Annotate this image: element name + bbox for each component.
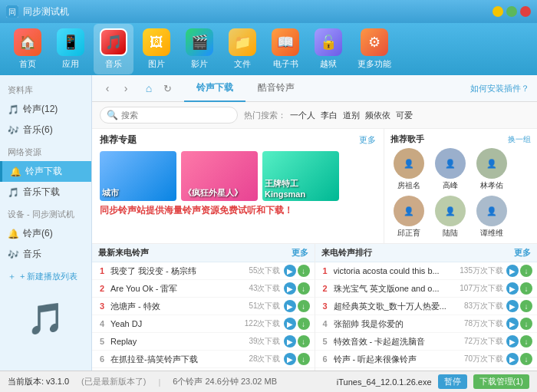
nav-home[interactable]: 🏠 首页 [8,24,48,74]
nav-video[interactable]: 🎬 影片 [180,24,219,74]
sidebar-item-music-lib[interactable]: 🎶 音乐(6) [0,120,91,140]
new-ring-dl-4[interactable]: ↓ [298,335,310,348]
singer-0[interactable]: 👤 房祖名 [390,148,427,191]
new-ring-item-6[interactable]: 7 Black Eyed Peas-Ring-a-Lin... 69次下载 ▶ … [92,368,315,371]
pop-ring-item-3[interactable]: 4 张韶帅 我是你爱的 78万次下载 ▶ ↓ [315,315,538,333]
pop-ring-item-6[interactable]: 7 cry on my shoulder 70万次下载 ▶ ↓ [315,368,538,371]
hot-tag-3[interactable]: 频依依 [365,110,390,120]
featured-card-0[interactable]: 城市 [100,151,176,201]
jailbreak-nav-icon: 🔓 [315,28,342,56]
singer-1[interactable]: 👤 高峰 [432,148,469,191]
sidebar-item-ringtone-dl[interactable]: 🔔 铃声下载 [0,161,91,182]
new-ring-play-4[interactable]: ▶ [284,335,296,348]
pop-ring-play-1[interactable]: ▶ [506,282,519,295]
minimize-btn[interactable] [493,6,503,17]
pop-ring-item-4[interactable]: 5 特效音效 - 卡起超洗脑音 72万次下载 ▶ ↓ [315,333,538,351]
singer-2[interactable]: 👤 林孝佑 [473,148,510,191]
maximize-btn[interactable] [506,6,517,17]
featured-card-1[interactable]: 《疯狂外星人》 [181,151,258,201]
singer-4[interactable]: 👤 陆陆 [432,196,469,239]
sidebar-item-ringtone-lib[interactable]: 🎵 铃声(12) [0,99,91,120]
pop-ring-dl-3[interactable]: ↓ [520,318,532,330]
pop-ring-dl-0[interactable]: ↓ [520,265,532,277]
pop-ring-item-5[interactable]: 6 铃声 - 听起来很像铃声 70万次下载 ▶ ↓ [315,351,538,368]
new-ring-dl-3[interactable]: ↓ [298,318,310,330]
hot-tag-2[interactable]: 道别 [343,110,360,120]
new-ring-play-3[interactable]: ▶ [284,318,296,330]
new-ring-item-3[interactable]: 4 Yeah DJ 122次下载 ▶ ↓ [92,315,315,333]
pop-ring-dl-5[interactable]: ↓ [520,353,532,365]
home-btn[interactable]: ⌂ [140,79,158,97]
status-ring-info: 6个铃声 24.6分钟 23.02 MB [173,376,277,387]
new-ring-play-2[interactable]: ▶ [284,300,296,312]
pop-ring-play-5[interactable]: ▶ [506,353,519,365]
nav-photo[interactable]: 🖼 图片 [137,24,176,74]
pop-ring-play-4[interactable]: ▶ [506,335,519,348]
singer-5[interactable]: 👤 谭维维 [473,196,510,239]
pop-ring-item-2[interactable]: 3 超经典英文歌_数十万人热爱... 83万次下载 ▶ ↓ [315,298,538,315]
featured-header: 推荐专题 更多 [100,133,376,147]
singer-avatar-0: 👤 [394,148,424,179]
promo-text: 同步铃声站提供海量铃声资源免费试听和下载！ [100,205,293,216]
nav-apps[interactable]: 📱 应用 [51,24,91,74]
nav-file[interactable]: 📁 文件 [222,24,262,74]
new-ring-item-5[interactable]: 6 在抓拉登-搞笑铃声下载 28次下载 ▶ ↓ [92,351,315,368]
search-input[interactable] [121,110,229,120]
pop-ring-dl-2[interactable]: ↓ [520,300,532,312]
install-plugin-link[interactable]: 如何安装插件？ [470,83,529,94]
nav-jailbreak[interactable]: 🔓 越狱 [308,24,348,74]
hot-tag-0[interactable]: 一个人 [290,110,315,120]
refresh-btn[interactable]: ↻ [158,79,176,97]
nav-more[interactable]: ⚙ 更多功能 [351,24,397,74]
new-ring-item-1[interactable]: 2 Are You Ok - 雷军 43次下载 ▶ ↓ [92,280,315,298]
pop-ring-dl-4[interactable]: ↓ [520,335,532,348]
pop-ring-item-0[interactable]: 1 victoria acosta could this b... 135万次下… [315,262,538,280]
new-ring-dl-1[interactable]: ↓ [298,282,310,295]
singer-name-5: 谭维维 [480,228,503,239]
nav-music[interactable]: 🎵 音乐 [94,24,133,74]
new-ring-dl-5[interactable]: ↓ [298,353,310,365]
sidebar-network-title: 网络资源 [0,143,91,161]
close-btn[interactable] [520,6,531,17]
featured-more[interactable]: 更多 [359,134,376,146]
tab-ringtone-dl[interactable]: 铃声下载 [184,75,245,102]
new-ringtones-header: 最新来电铃声 更多 [92,244,315,262]
singer-name-2: 林孝佑 [480,180,503,191]
pop-ring-play-3[interactable]: ▶ [506,318,519,330]
new-ring-item-4[interactable]: 5 Replay 39次下载 ▶ ↓ [92,333,315,351]
popular-ringtones-more[interactable]: 更多 [514,247,531,259]
forward-arrow[interactable]: › [118,81,133,96]
new-ring-dl-0[interactable]: ↓ [298,265,310,277]
new-ringtones-more[interactable]: 更多 [292,247,308,259]
back-arrow[interactable]: ‹ [100,81,115,96]
new-ring-item-2[interactable]: 3 池塘声 - 特效 51次下载 ▶ ↓ [92,298,315,315]
nav-ebook[interactable]: 📖 电子书 [265,24,305,74]
new-ring-play-1[interactable]: ▶ [284,282,296,295]
pop-ring-play-0[interactable]: ▶ [506,265,519,277]
pop-ring-dl-1[interactable]: ↓ [520,282,532,295]
sidebar-item-ring-device[interactable]: 🔔 铃声(6) [0,223,91,244]
new-ring-actions-3: ▶ ↓ [284,318,310,330]
new-ring-dl-2[interactable]: ↓ [298,300,310,312]
tab-cool-ringtone[interactable]: 酷音铃声 [245,75,307,102]
featured-card-2[interactable]: 王牌特工Kingsman [262,151,339,201]
download-mgr-btn[interactable]: 下载管理(1) [473,374,529,389]
pop-ring-actions-3: ▶ ↓ [506,318,532,330]
nav-ebook-label: 电子书 [273,58,298,70]
pop-ring-play-2[interactable]: ▶ [506,300,519,312]
sidebar-library-section: 资料库 🎵 铃声(12) 🎶 音乐(6) [0,81,91,140]
nav-home-label: 首页 [19,58,36,70]
singers-switch[interactable]: 换一组 [508,134,531,145]
singer-3[interactable]: 👤 邱正育 [390,196,427,239]
add-playlist-btn[interactable]: ＋ + 新建播放列表 [0,268,91,285]
sidebar-item-music-device[interactable]: 🎶 音乐 [0,244,91,265]
pause-btn[interactable]: 暂停 [438,374,467,389]
pop-ring-actions-1: ▶ ↓ [506,282,532,295]
pop-ring-item-1[interactable]: 2 珠光宝气 英文版one and o... 107万次下载 ▶ ↓ [315,280,538,298]
new-ring-play-0[interactable]: ▶ [284,265,296,277]
new-ring-play-5[interactable]: ▶ [284,353,296,365]
hot-tag-4[interactable]: 可爱 [396,110,413,120]
hot-tag-1[interactable]: 李白 [321,110,338,120]
sidebar-item-music-dl[interactable]: 🎵 音乐下载 [0,182,91,203]
new-ring-item-0[interactable]: 1 我变了 我没变 - 杨宗纬 55次下载 ▶ ↓ [92,262,315,280]
